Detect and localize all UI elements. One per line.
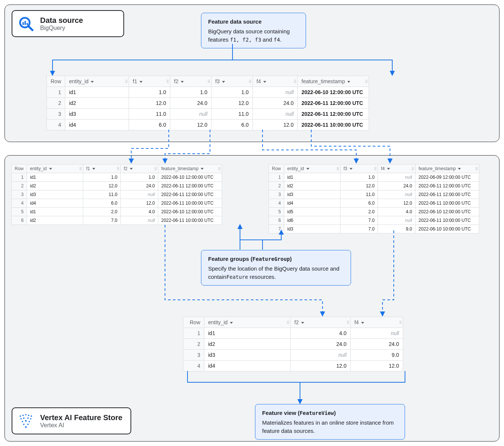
column-header[interactable]: f3 bbox=[212, 76, 253, 87]
table-cell: 9.0 bbox=[378, 225, 416, 233]
table-row: 2id224.024.0 bbox=[183, 339, 403, 350]
column-resize-grip[interactable] bbox=[208, 79, 210, 83]
table-cell: 7 bbox=[269, 225, 284, 233]
svg-point-6 bbox=[25, 414, 27, 416]
table-cell: 1.0 bbox=[121, 173, 158, 182]
data-source-subtitle: BigQuery bbox=[40, 25, 83, 31]
table-cell: 4 bbox=[12, 199, 27, 208]
table-cell: 11.0 bbox=[129, 109, 170, 120]
table-cell: 2022-06-11 10:00:00 UTC bbox=[158, 199, 222, 208]
column-header[interactable]: Row bbox=[12, 165, 27, 173]
table-cell: 24.0 bbox=[351, 339, 403, 350]
table-cell: 2.0 bbox=[340, 208, 378, 216]
sort-caret-icon bbox=[92, 168, 95, 170]
column-resize-grip[interactable] bbox=[117, 167, 119, 171]
callout-heading: Feature view (FeatureView) bbox=[262, 409, 398, 417]
table-cell: id1 bbox=[27, 173, 83, 182]
sort-caret-icon bbox=[347, 81, 350, 83]
feature-data-source-callout: Feature data source BigQuery data source… bbox=[201, 13, 306, 48]
column-header[interactable]: Row bbox=[183, 317, 204, 328]
column-resize-grip[interactable] bbox=[166, 79, 169, 83]
table-cell: 12.0 bbox=[253, 120, 298, 130]
table-cell: 3 bbox=[269, 190, 284, 199]
diagram-frame: Data source BigQuery Vertex AI Feature S… bbox=[0, 0, 504, 446]
table-cell: 3 bbox=[47, 109, 65, 120]
table-cell: 2022-06-10 12:00:00 UTC bbox=[158, 208, 222, 216]
table-row: 1id11.01.01.0null2022-06-10 12:00:00 UTC bbox=[47, 87, 369, 98]
table-cell: id2 bbox=[284, 182, 340, 190]
table-cell: 12.0 bbox=[121, 199, 158, 208]
table-cell: 5 bbox=[269, 208, 284, 216]
table-cell: 7.0 bbox=[83, 216, 121, 225]
column-header[interactable]: f2 bbox=[170, 76, 212, 87]
table-cell: null bbox=[253, 87, 298, 98]
column-header[interactable]: f3 bbox=[340, 165, 378, 173]
table-cell: 4.0 bbox=[291, 328, 351, 339]
column-resize-grip[interactable] bbox=[476, 167, 478, 171]
table-cell: 2022-06-11 12:00:00 UTC bbox=[298, 109, 369, 120]
column-header[interactable]: Row bbox=[47, 76, 65, 87]
column-header[interactable]: entity_id bbox=[284, 165, 340, 173]
table-cell: id1 bbox=[284, 173, 340, 182]
column-header[interactable]: f4 bbox=[351, 317, 403, 328]
column-header[interactable]: f1 bbox=[129, 76, 170, 87]
table-row: 4id46.012.02022-06-11 10:00:00 UTC bbox=[12, 199, 222, 208]
sort-caret-icon bbox=[181, 81, 184, 83]
column-header[interactable]: f2 bbox=[121, 165, 158, 173]
column-header[interactable]: f2 bbox=[291, 317, 351, 328]
table-cell: 4.0 bbox=[121, 208, 158, 216]
table-row: 3id311.0null11.0null2022-06-11 12:00:00 … bbox=[47, 109, 369, 120]
table-cell: id1 bbox=[65, 87, 129, 98]
table-cell: 2 bbox=[183, 339, 204, 350]
table-cell: 2022-06-11 12:00:00 UTC bbox=[158, 182, 222, 190]
svg-point-14 bbox=[25, 420, 27, 422]
column-resize-grip[interactable] bbox=[154, 167, 157, 171]
table-cell: id3 bbox=[284, 225, 340, 233]
column-header[interactable]: f4 bbox=[378, 165, 416, 173]
column-header[interactable]: feature_timestamp bbox=[298, 76, 369, 87]
table-cell: 2022-06-10 10:00:00 UTC bbox=[416, 225, 479, 233]
table-cell: 24.0 bbox=[253, 98, 298, 109]
column-header[interactable]: entity_id bbox=[204, 317, 291, 328]
column-resize-grip[interactable] bbox=[365, 79, 368, 83]
table-cell: 4 bbox=[47, 120, 65, 130]
table-cell: 2022-06-11 10:00:00 UTC bbox=[298, 120, 369, 130]
column-resize-grip[interactable] bbox=[337, 167, 339, 171]
column-resize-grip[interactable] bbox=[125, 79, 128, 83]
column-resize-grip[interactable] bbox=[80, 167, 82, 171]
column-resize-grip[interactable] bbox=[374, 167, 376, 171]
column-resize-grip[interactable] bbox=[412, 167, 414, 171]
svg-point-4 bbox=[20, 415, 21, 417]
column-header[interactable]: f4 bbox=[253, 76, 298, 87]
column-resize-grip[interactable] bbox=[287, 320, 289, 324]
column-resize-grip[interactable] bbox=[218, 167, 220, 171]
column-header[interactable]: feature_timestamp bbox=[416, 165, 479, 173]
feature-store-title: Vertex AI Feature Store bbox=[40, 413, 122, 422]
table-cell: id2 bbox=[65, 98, 129, 109]
table-cell: 2.0 bbox=[83, 208, 121, 216]
table-row: 2id212.024.02022-06-11 12:00:00 UTC bbox=[269, 182, 479, 190]
column-resize-grip[interactable] bbox=[249, 79, 251, 83]
table-cell: null bbox=[291, 350, 351, 361]
column-header[interactable]: entity_id bbox=[27, 165, 83, 173]
table-cell: 6 bbox=[269, 216, 284, 225]
table-cell: 2022-06-11 10:00:00 UTC bbox=[416, 199, 479, 208]
sort-caret-icon bbox=[350, 168, 352, 170]
table-cell: 2022-06-10 12:00:00 UTC bbox=[298, 87, 369, 98]
column-resize-grip[interactable] bbox=[399, 320, 402, 324]
column-resize-grip[interactable] bbox=[294, 79, 296, 83]
table-cell: id3 bbox=[27, 190, 83, 199]
table-cell: 2022-06-11 12:00:00 UTC bbox=[416, 182, 479, 190]
table-row: 2id212.024.012.024.02022-06-11 12:00:00 … bbox=[47, 98, 369, 109]
table-cell: 1 bbox=[12, 173, 27, 182]
column-header[interactable]: f1 bbox=[83, 165, 121, 173]
column-header[interactable]: entity_id bbox=[65, 76, 129, 87]
column-header[interactable]: Row bbox=[269, 165, 284, 173]
column-resize-grip[interactable] bbox=[347, 320, 349, 324]
sort-caret-icon bbox=[361, 322, 364, 324]
table-cell: 3 bbox=[183, 350, 204, 361]
table-cell: 3 bbox=[12, 190, 27, 199]
table-cell: 24.0 bbox=[121, 182, 158, 190]
column-header[interactable]: feature_timestamp bbox=[158, 165, 222, 173]
table-cell: 1 bbox=[47, 87, 65, 98]
